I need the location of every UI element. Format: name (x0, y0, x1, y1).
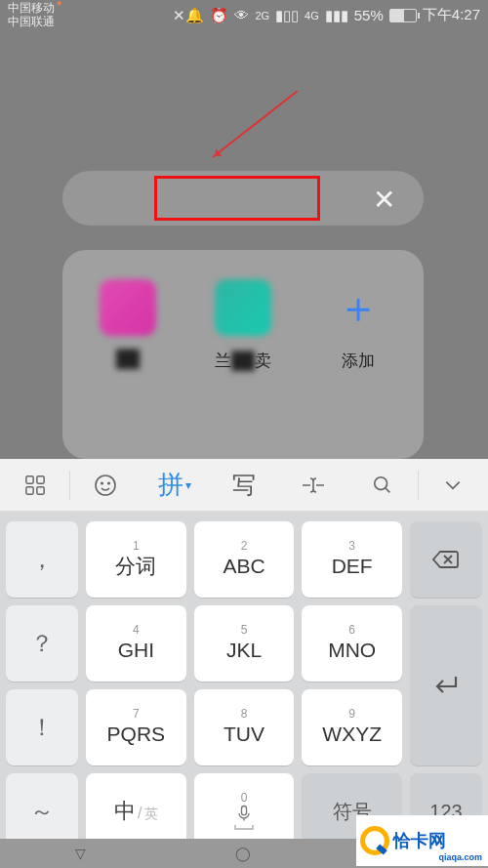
svg-rect-3 (36, 486, 43, 493)
net-4g: 4G (305, 10, 319, 21)
app-icon-1 (100, 279, 156, 336)
signal-2-icon: ▮▮▮ (325, 7, 348, 24)
key-1[interactable]: 1分词 (86, 521, 186, 598)
toolbar-apps-icon[interactable] (0, 459, 69, 511)
toolbar-handwrite[interactable]: 写 (209, 459, 278, 511)
watermark-name: 恰卡网 (393, 829, 446, 852)
nav-back-icon[interactable]: ▽ (75, 846, 86, 861)
key-3[interactable]: 3DEF (302, 521, 402, 598)
key-comma[interactable]: ， (6, 521, 78, 598)
svg-rect-0 (25, 475, 32, 482)
keyboard: 拼▾ 写 ， 1分词 2ABC 3DEF ？ 4GHI (0, 459, 488, 839)
watermark: 恰卡网 qiaqa.com (356, 815, 488, 866)
close-icon[interactable]: ✕ (373, 184, 395, 216)
svg-rect-8 (241, 806, 246, 815)
mute-icon: ✕🔔 (173, 7, 204, 24)
key-backspace[interactable] (410, 521, 482, 598)
key-2[interactable]: 2ABC (194, 521, 295, 598)
space-icon (233, 823, 255, 831)
key-7[interactable]: 7PQRS (86, 689, 186, 765)
toolbar-pinyin[interactable]: 拼▾ (140, 459, 209, 511)
net-2g: 2G (255, 10, 269, 21)
key-5[interactable]: 5JKL (194, 605, 295, 682)
key-8[interactable]: 8TUV (194, 689, 295, 765)
watermark-logo-icon (360, 826, 389, 855)
plus-icon: ＋ (330, 279, 386, 336)
suggestions-card: ██ 兰██卖 ＋ 添加 (62, 250, 424, 459)
app-shortcut-2[interactable]: 兰██卖 (194, 279, 292, 459)
svg-point-5 (101, 482, 102, 484)
toolbar-collapse-icon[interactable] (419, 459, 488, 511)
svg-rect-2 (25, 486, 32, 493)
battery-pct: 55% (354, 7, 384, 23)
app-label-1: ██ (116, 350, 140, 369)
notification-dot: ● (57, 0, 61, 8)
key-bang[interactable]: ！ (6, 689, 78, 765)
carrier-2: 中国联通 (8, 15, 55, 28)
clock: 下午4:27 (423, 6, 480, 24)
signal-1-icon: ▮▯▯ (275, 7, 299, 24)
add-label: 添加 (342, 351, 375, 370)
add-shortcut[interactable]: ＋ 添加 (309, 279, 407, 459)
carrier-labels: 中国移动● 中国联通 (8, 2, 60, 28)
annotation-box (154, 176, 320, 221)
svg-point-4 (96, 475, 115, 495)
carrier-1: 中国移动 (8, 1, 55, 15)
key-enter[interactable] (410, 605, 482, 765)
app-icon-2 (215, 279, 271, 336)
eye-icon: 👁 (234, 7, 249, 23)
alarm-icon: ⏰ (210, 7, 228, 24)
toolbar-cursor-icon[interactable] (279, 459, 348, 511)
key-6[interactable]: 6MNO (302, 605, 402, 682)
svg-point-6 (107, 482, 109, 484)
keyboard-toolbar: 拼▾ 写 (0, 459, 488, 512)
toolbar-emoji-icon[interactable] (70, 459, 140, 511)
app-label-2: 兰██卖 (215, 351, 271, 370)
mic-icon (234, 804, 254, 823)
status-bar: 中国移动● 中国联通 ✕🔔 ⏰ 👁 2G ▮▯▯ 4G ▮▮▮ 55% 下午4:… (0, 0, 488, 31)
svg-rect-1 (36, 475, 43, 482)
key-4[interactable]: 4GHI (86, 605, 186, 682)
key-9[interactable]: 9WXYZ (302, 689, 402, 765)
key-question[interactable]: ？ (6, 605, 78, 682)
watermark-url: qiaqa.com (438, 852, 482, 862)
battery-icon (389, 9, 417, 22)
toolbar-search-icon[interactable] (348, 459, 418, 511)
nav-home-icon[interactable]: ◯ (235, 846, 251, 861)
app-shortcut-1[interactable]: ██ (79, 279, 177, 459)
svg-point-7 (375, 476, 387, 489)
